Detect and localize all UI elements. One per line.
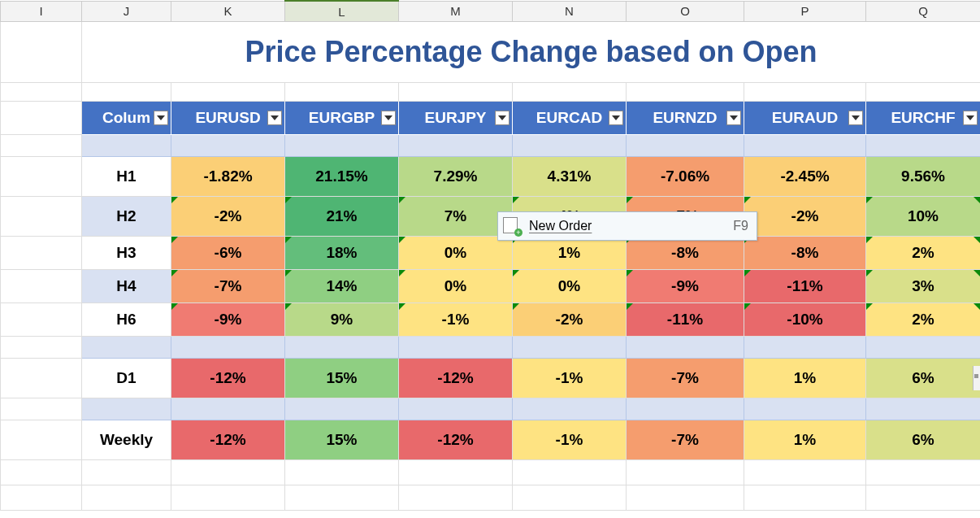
column-header[interactable]: L bbox=[285, 1, 399, 22]
data-cell[interactable]: 4.31% bbox=[513, 157, 627, 197]
cell[interactable] bbox=[513, 398, 627, 420]
data-cell[interactable]: -2% bbox=[513, 303, 627, 337]
cell[interactable] bbox=[866, 485, 981, 511]
scrollbar-stub[interactable] bbox=[973, 366, 980, 390]
data-cell[interactable]: -12% bbox=[399, 359, 513, 398]
cell[interactable] bbox=[744, 135, 866, 157]
cell[interactable] bbox=[744, 485, 866, 511]
data-cell[interactable]: -12% bbox=[171, 359, 285, 398]
cell[interactable] bbox=[285, 337, 399, 359]
cell[interactable] bbox=[627, 337, 744, 359]
data-cell[interactable]: -6% bbox=[171, 237, 285, 270]
data-cell[interactable]: 18% bbox=[285, 237, 399, 270]
data-cell[interactable]: 14% bbox=[285, 270, 399, 303]
table-header[interactable]: EURCHF bbox=[866, 102, 981, 135]
data-cell[interactable]: 0% bbox=[399, 237, 513, 270]
data-cell[interactable]: 7% bbox=[399, 197, 513, 237]
table-header[interactable]: EURAUD bbox=[744, 102, 866, 135]
column-header[interactable]: K bbox=[171, 1, 285, 22]
data-cell[interactable]: 15% bbox=[285, 420, 399, 460]
data-cell[interactable]: -8% bbox=[744, 237, 866, 270]
cell[interactable] bbox=[285, 135, 399, 157]
data-cell[interactable]: 1% bbox=[513, 237, 627, 270]
cell[interactable] bbox=[285, 83, 399, 102]
filter-dropdown-icon[interactable] bbox=[609, 111, 623, 125]
filter-dropdown-icon[interactable] bbox=[726, 111, 741, 125]
cell[interactable] bbox=[1, 303, 82, 337]
data-cell[interactable]: 7.29% bbox=[399, 157, 513, 197]
cell[interactable] bbox=[171, 485, 285, 511]
cell[interactable] bbox=[1, 197, 82, 237]
data-cell[interactable]: 3% bbox=[866, 270, 981, 303]
cell[interactable] bbox=[1, 485, 82, 511]
cell[interactable] bbox=[1, 237, 82, 270]
cell[interactable] bbox=[866, 460, 981, 485]
data-cell[interactable]: -2% bbox=[171, 197, 285, 237]
data-cell[interactable]: 0% bbox=[399, 270, 513, 303]
data-cell[interactable]: -7% bbox=[171, 270, 285, 303]
data-cell[interactable]: 1% bbox=[744, 359, 866, 398]
data-cell[interactable]: -2.45% bbox=[744, 157, 866, 197]
cell[interactable] bbox=[866, 398, 981, 420]
cell[interactable] bbox=[82, 135, 171, 157]
data-cell[interactable]: -1% bbox=[513, 420, 627, 460]
cell[interactable] bbox=[744, 83, 866, 102]
cell[interactable] bbox=[1, 157, 82, 197]
column-header[interactable]: P bbox=[744, 1, 866, 22]
data-cell[interactable]: 9.56% bbox=[866, 157, 981, 197]
spreadsheet-view[interactable]: IJKLMNOPQ Price Percentage Change based … bbox=[0, 0, 980, 518]
table-header[interactable]: EURCAD bbox=[513, 102, 627, 135]
data-cell[interactable]: -7.06% bbox=[627, 157, 744, 197]
table-header[interactable]: EURNZD bbox=[627, 102, 744, 135]
cell[interactable] bbox=[1, 22, 82, 83]
cell[interactable] bbox=[1, 420, 82, 460]
column-header[interactable]: Q bbox=[866, 1, 981, 22]
cell[interactable] bbox=[627, 485, 744, 511]
cell[interactable] bbox=[399, 337, 513, 359]
cell[interactable] bbox=[513, 337, 627, 359]
cell[interactable] bbox=[627, 135, 744, 157]
data-cell[interactable]: 2% bbox=[866, 303, 981, 337]
cell[interactable] bbox=[1, 135, 82, 157]
cell[interactable] bbox=[399, 485, 513, 511]
cell[interactable] bbox=[866, 135, 981, 157]
data-cell[interactable]: -1% bbox=[399, 303, 513, 337]
cell[interactable] bbox=[399, 135, 513, 157]
cell[interactable] bbox=[171, 135, 285, 157]
cell[interactable] bbox=[627, 83, 744, 102]
table-header[interactable]: EURJPY bbox=[399, 102, 513, 135]
cell[interactable] bbox=[82, 398, 171, 420]
data-cell[interactable]: -12% bbox=[399, 420, 513, 460]
data-cell[interactable]: 6% bbox=[866, 420, 981, 460]
data-cell[interactable]: 21% bbox=[285, 197, 399, 237]
data-cell[interactable]: 21.15% bbox=[285, 157, 399, 197]
data-cell[interactable]: 1% bbox=[744, 420, 866, 460]
cell[interactable] bbox=[866, 337, 981, 359]
data-cell[interactable]: 6% bbox=[866, 359, 981, 398]
data-cell[interactable]: -9% bbox=[627, 270, 744, 303]
data-cell[interactable]: -2% bbox=[744, 197, 866, 237]
cell[interactable] bbox=[627, 460, 744, 485]
cell[interactable] bbox=[82, 485, 171, 511]
data-cell[interactable]: -1.82% bbox=[171, 157, 285, 197]
context-menu[interactable]: + New Order F9 bbox=[497, 211, 757, 241]
cell[interactable] bbox=[82, 460, 171, 485]
data-cell[interactable]: -9% bbox=[171, 303, 285, 337]
table-header[interactable]: EURGBP bbox=[285, 102, 399, 135]
data-cell[interactable]: 10% bbox=[866, 197, 981, 237]
data-cell[interactable]: -10% bbox=[744, 303, 866, 337]
filter-dropdown-icon[interactable] bbox=[848, 111, 863, 125]
cell[interactable] bbox=[1, 359, 82, 398]
cell[interactable] bbox=[627, 398, 744, 420]
cell[interactable] bbox=[1, 83, 82, 102]
cell[interactable] bbox=[399, 398, 513, 420]
column-header[interactable]: J bbox=[82, 1, 171, 22]
cell[interactable] bbox=[171, 460, 285, 485]
cell[interactable] bbox=[513, 83, 627, 102]
cell[interactable] bbox=[513, 485, 627, 511]
cell[interactable] bbox=[399, 460, 513, 485]
column-header[interactable]: O bbox=[627, 1, 744, 22]
column-header[interactable]: I bbox=[1, 1, 82, 22]
cell[interactable] bbox=[513, 460, 627, 485]
cell[interactable] bbox=[1, 102, 82, 135]
